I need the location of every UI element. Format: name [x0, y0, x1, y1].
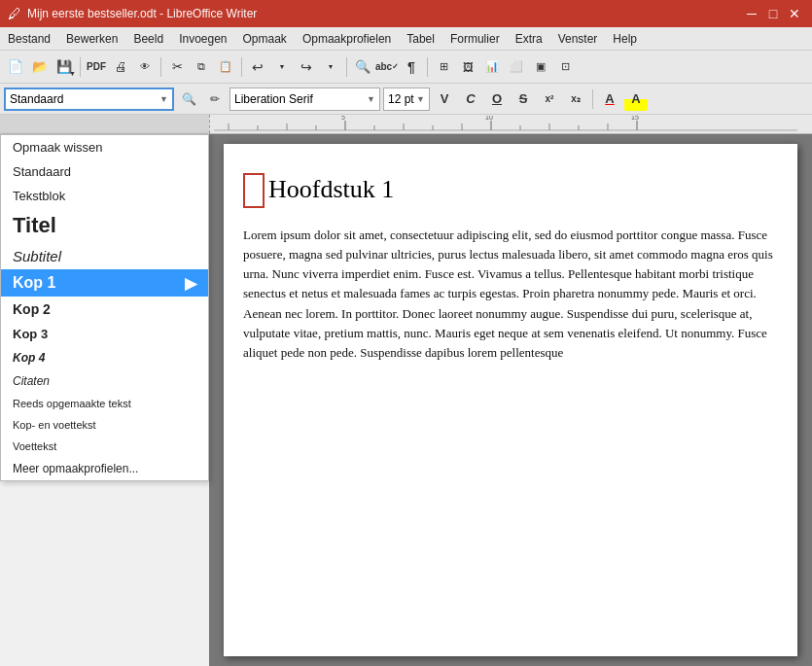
window-controls: ─ □ ✕	[742, 4, 804, 23]
font-color-button[interactable]: A	[598, 88, 621, 111]
menu-help[interactable]: Help	[605, 27, 645, 50]
cut-button[interactable]: ✂	[165, 55, 189, 79]
maximize-button[interactable]: □	[763, 4, 783, 23]
draw-button[interactable]: ⬜	[505, 55, 528, 79]
main-area: Opmaak wissen Standaard Tekstblok Titel …	[0, 134, 812, 666]
sep-1	[80, 57, 81, 77]
superscript-button[interactable]: x²	[538, 88, 561, 111]
subscript-button[interactable]: x₂	[564, 88, 587, 111]
dropdown-item-kop-voettekst[interactable]: Kop- en voettekst	[1, 414, 208, 436]
menu-invoegen[interactable]: Invoegen	[171, 27, 234, 50]
document-body: Lorem ipsum dolor sit amet, consectetuur…	[243, 226, 778, 363]
toolbar-1: 📄 📂 💾 ▼ PDF 🖨 👁 ✂ ⧉ 📋 ↩ ▼ ↪ ▼ 🔍 abc✓ ¶ ⊞…	[0, 51, 812, 84]
chart-button[interactable]: 📊	[480, 55, 504, 79]
font-value: Liberation Serif	[234, 92, 313, 106]
document-area: Hoofdstuk 1 Lorem ipsum dolor sit amet, …	[209, 134, 812, 666]
menu-opmaak[interactable]: Opmaak	[235, 27, 295, 50]
menu-bar: Bestand Bewerken Beeld Invoegen Opmaak O…	[0, 27, 812, 51]
dropdown-item-voettekst[interactable]: Voettekst	[1, 436, 208, 457]
document-page: Hoofdstuk 1 Lorem ipsum dolor sit amet, …	[224, 144, 797, 656]
menu-bestand[interactable]: Bestand	[0, 27, 58, 50]
underline-button[interactable]: O	[485, 88, 509, 111]
undo-arrow[interactable]: ▼	[270, 55, 294, 79]
paste-button[interactable]: 📋	[214, 55, 237, 79]
table-button[interactable]: ⊞	[432, 55, 455, 79]
file-tools: 📄 📂 💾 ▼	[4, 55, 76, 79]
menu-tabel[interactable]: Tabel	[399, 27, 442, 50]
new-button[interactable]: 📄	[4, 55, 27, 79]
dropdown-item-tekstblok[interactable]: Tekstblok	[1, 184, 208, 208]
svg-text:5: 5	[341, 116, 345, 121]
copy-button[interactable]: ⧉	[190, 55, 213, 79]
clipboard-tools: ✂ ⧉ 📋	[165, 55, 237, 79]
save-dropdown-arrow[interactable]: ▼	[69, 70, 76, 77]
dropdown-item-opmaak-wissen[interactable]: Opmaak wissen	[1, 135, 208, 159]
menu-bewerken[interactable]: Bewerken	[58, 27, 125, 50]
dropdown-item-kop1[interactable]: Kop 1	[1, 269, 208, 297]
insert-tools: ⊞ 🖼 📊 ⬜ ▣ ⊡	[432, 55, 577, 79]
print-button[interactable]: 🖨	[109, 55, 132, 79]
open-button[interactable]: 📂	[28, 55, 52, 79]
menu-beeld[interactable]: Beeld	[125, 27, 171, 50]
sep-5	[427, 57, 428, 77]
sep-4	[346, 57, 347, 77]
font-dropdown[interactable]: Liberation Serif ▼	[229, 88, 380, 111]
chapter-border-box	[243, 173, 265, 208]
menu-opmaakprofielen[interactable]: Opmaakprofielen	[295, 27, 399, 50]
redo-button[interactable]: ↪	[295, 55, 318, 79]
strikethrough-button[interactable]: S	[512, 88, 535, 111]
ruler-svg: 5 10 15	[214, 116, 797, 133]
size-dropdown-arrow: ▼	[416, 94, 425, 104]
style-dropdown-arrow: ▼	[159, 94, 168, 104]
style-dropdown[interactable]: Standaard ▼	[4, 88, 174, 111]
style-extra-btn[interactable]: ✏	[203, 88, 227, 111]
paragraph-marks-button[interactable]: ¶	[400, 55, 423, 79]
svg-text:10: 10	[485, 116, 493, 121]
dropdown-item-reeds[interactable]: Reeds opgemaakte tekst	[1, 393, 208, 414]
title-bar: 🖊 Mijn eerste bestseller.odt - LibreOffi…	[0, 0, 812, 27]
close-button[interactable]: ✕	[785, 4, 804, 23]
minimize-button[interactable]: ─	[742, 4, 761, 23]
undo-button[interactable]: ↩	[246, 55, 269, 79]
dropdown-item-standaard[interactable]: Standaard	[1, 159, 208, 184]
dropdown-item-citaten[interactable]: Citaten	[1, 369, 208, 393]
sep-3	[241, 57, 242, 77]
ruler-left-spacer	[0, 115, 209, 133]
body-text: Lorem ipsum dolor sit amet, consectetuur…	[243, 226, 778, 363]
bold-button[interactable]: V	[433, 88, 456, 111]
size-dropdown[interactable]: 12 pt ▼	[383, 88, 430, 111]
pdf-button[interactable]: PDF	[85, 55, 108, 79]
menu-venster[interactable]: Venster	[550, 27, 606, 50]
dropdown-item-kop2[interactable]: Kop 2	[1, 297, 208, 322]
preview-button[interactable]: 👁	[133, 55, 157, 79]
menu-extra[interactable]: Extra	[508, 27, 550, 50]
chapter-title: Hoofdstuk 1	[268, 173, 394, 206]
dropdown-item-meer[interactable]: Meer opmaakprofielen...	[1, 457, 208, 480]
menu-formulier[interactable]: Formulier	[442, 27, 508, 50]
redo-arrow[interactable]: ▼	[319, 55, 342, 79]
image-button[interactable]: 🖼	[456, 55, 479, 79]
dropdown-item-subtitel[interactable]: Subtitel	[1, 243, 208, 269]
spellcheck-button[interactable]: abc✓	[375, 55, 399, 79]
ruler-bar: 5 10 15	[0, 115, 812, 134]
sep-format	[592, 89, 593, 109]
style-search-btn[interactable]: 🔍	[177, 88, 200, 111]
dropdown-item-kop4[interactable]: Kop 4	[1, 346, 208, 369]
dropdown-item-kop3[interactable]: Kop 3	[1, 322, 208, 346]
sep-2	[160, 57, 161, 77]
insert-extra[interactable]: ⊡	[553, 55, 577, 79]
ruler-content: 5 10 15	[209, 115, 812, 133]
history-tools: ↩ ▼ ↪ ▼	[246, 55, 342, 79]
export-tools: PDF 🖨 👁	[85, 55, 157, 79]
style-value: Standaard	[10, 92, 63, 106]
toolbar-2: Standaard ▼ 🔍 ✏ Liberation Serif ▼ 12 pt…	[0, 84, 812, 115]
save-button[interactable]: 💾 ▼	[53, 55, 76, 79]
dropdown-item-titel[interactable]: Titel	[1, 208, 208, 243]
italic-button[interactable]: C	[459, 88, 482, 111]
style-dropdown-panel: Opmaak wissen Standaard Tekstblok Titel …	[0, 134, 209, 481]
find-button[interactable]: 🔍	[351, 55, 374, 79]
window-title: Mijn eerste bestseller.odt - LibreOffice…	[27, 7, 736, 20]
highlight-button[interactable]: A	[624, 88, 648, 111]
svg-text:15: 15	[631, 116, 639, 121]
frame-button[interactable]: ▣	[529, 55, 552, 79]
